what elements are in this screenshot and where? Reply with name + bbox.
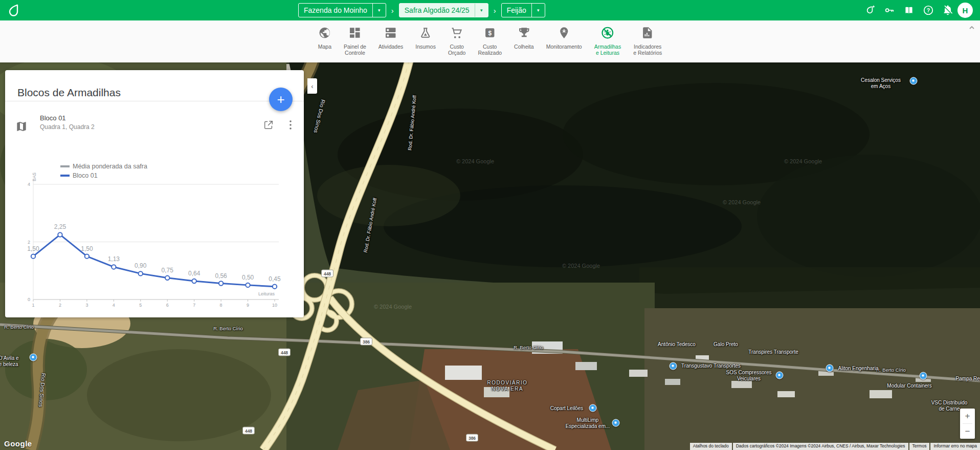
invite-icon[interactable] [864, 5, 876, 16]
mapa-icon [318, 26, 331, 39]
poi-marker[interactable] [826, 365, 834, 372]
user-avatar[interactable]: H [957, 3, 973, 18]
atividades-icon [384, 26, 397, 39]
tab-indicadores-e-relatorios[interactable]: Indicadorese Relatórios [627, 20, 668, 56]
poi-marker[interactable] [776, 372, 784, 379]
farm-dropdown-label: Fazenda do Moinho [299, 6, 372, 14]
block-name: Bloco 01 [40, 114, 66, 122]
painel-de-controle-icon [348, 26, 362, 39]
poi-marker[interactable] [589, 404, 597, 412]
map-data-credits: Dados cartográficos ©2024 Imagens ©2024 … [733, 443, 908, 450]
map-zoom-control: + − [960, 409, 975, 439]
trap-readings-chart: 02412345678910LeiturasBASMédia ponderada… [20, 152, 289, 313]
block-list-item[interactable]: Bloco 01 Quadra 1, Quadra 2 [5, 112, 304, 137]
tab-painel-de-controle[interactable]: Painel deControle [338, 20, 372, 56]
breadcrumb: Fazenda do Moinho ▾ › Safra Algodão 24/2… [298, 0, 545, 20]
key-icon[interactable] [884, 5, 895, 16]
navbar-collapse-icon[interactable] [968, 24, 976, 32]
svg-text:Leituras: Leituras [258, 291, 275, 296]
svg-text:1,50: 1,50 [81, 245, 93, 252]
svg-text:$: $ [488, 30, 492, 37]
svg-text:4: 4 [113, 303, 115, 308]
tab-label: Painel deControle [344, 44, 366, 56]
poi-marker[interactable] [920, 372, 927, 380]
custo-orcado-icon [450, 26, 463, 39]
tab-custo-orcado[interactable]: CustoOrçado [442, 20, 472, 56]
svg-text:Bloco 01: Bloco 01 [73, 172, 98, 179]
insumos-icon [419, 26, 432, 39]
tab-label: Mapa [318, 44, 331, 50]
tab-label: CustoRealizado [478, 44, 502, 56]
tab-label: Atividades [378, 44, 403, 50]
tab-monitoramento[interactable]: Monitoramento [540, 20, 588, 50]
breadcrumb-separator: › [494, 6, 496, 15]
keyboard-shortcuts-link[interactable]: Atalhos do teclado [690, 443, 732, 450]
terms-link[interactable]: Termos [909, 443, 930, 450]
report-map-error-link[interactable]: Informar erro no mapa [930, 443, 980, 450]
module-tabs: MapaPainel deControleAtividadesInsumosCu… [312, 20, 668, 62]
tab-insumos[interactable]: Insumos [409, 20, 442, 50]
tab-armadilhas-e-leituras[interactable]: Armadilhase Leituras [588, 20, 628, 56]
svg-text:0,50: 0,50 [242, 274, 254, 281]
svg-text:0,90: 0,90 [135, 262, 147, 269]
armadilhas-e-leituras-icon [601, 26, 614, 39]
svg-text:BAS: BAS [32, 173, 37, 181]
svg-text:?: ? [927, 7, 930, 13]
chevron-down-icon[interactable]: ▾ [475, 4, 488, 17]
zoom-out-button[interactable]: − [960, 424, 975, 439]
map-icon [15, 120, 28, 133]
tab-label: Colheita [514, 44, 534, 50]
map-attribution-bar: Atalhos do teclado Dados cartográficos ©… [690, 443, 980, 450]
tab-label: Insumos [415, 44, 436, 50]
panel-divider [5, 101, 304, 101]
poi-marker[interactable] [612, 419, 620, 427]
svg-text:0,64: 0,64 [188, 270, 201, 277]
svg-text:2: 2 [28, 240, 30, 245]
svg-text:0: 0 [28, 297, 30, 302]
app-header: Fazenda do Moinho ▾ › Safra Algodão 24/2… [0, 0, 980, 20]
chevron-down-icon[interactable]: ▾ [372, 4, 386, 17]
svg-text:2: 2 [59, 303, 61, 308]
svg-text:1,50: 1,50 [27, 245, 39, 252]
svg-text:0,75: 0,75 [162, 267, 174, 274]
season-dropdown[interactable]: Safra Algodão 24/25 ▾ [399, 3, 488, 17]
help-icon[interactable]: ? [923, 5, 934, 16]
aegro-logo-icon[interactable] [6, 3, 20, 17]
svg-text:2,25: 2,25 [54, 223, 66, 230]
crop-dropdown[interactable]: Feijão ▾ [501, 3, 545, 17]
farm-dropdown[interactable]: Fazenda do Moinho ▾ [298, 3, 386, 17]
svg-text:7: 7 [193, 303, 195, 308]
svg-text:10: 10 [272, 303, 277, 308]
notifications-off-icon[interactable] [942, 5, 953, 16]
block-subtitle: Quadra 1, Quadra 2 [40, 123, 95, 131]
tab-custo-realizado[interactable]: $CustoRealizado [472, 20, 508, 56]
zoom-in-button[interactable]: + [960, 409, 975, 423]
tab-label: Armadilhase Leituras [594, 44, 621, 56]
panel-collapse-handle[interactable]: ‹ [307, 78, 317, 94]
svg-text:4: 4 [28, 182, 30, 187]
add-block-button[interactable]: + [269, 88, 293, 111]
crop-dropdown-label: Feijão [502, 6, 531, 14]
chart-canvas: 02412345678910LeiturasBASMédia ponderada… [20, 152, 289, 313]
poi-marker[interactable] [30, 354, 37, 361]
knowledge-book-icon[interactable] [903, 5, 915, 16]
svg-text:5: 5 [139, 303, 142, 308]
poi-marker[interactable] [910, 77, 918, 85]
tab-colheita[interactable]: Colheita [508, 20, 540, 50]
svg-text:0,45: 0,45 [269, 275, 281, 283]
svg-text:Média ponderada da safra: Média ponderada da safra [73, 163, 147, 170]
chevron-down-icon[interactable]: ▾ [531, 4, 545, 17]
tab-atividades[interactable]: Atividades [372, 20, 409, 50]
header-icon-cluster: ? [864, 0, 953, 20]
svg-text:1,13: 1,13 [108, 255, 120, 263]
tab-label: Monitoramento [546, 44, 582, 50]
custo-realizado-icon: $ [483, 26, 497, 39]
season-dropdown-label: Safra Algodão 24/25 [399, 6, 475, 14]
tab-label: CustoOrçado [448, 44, 465, 56]
poi-marker[interactable] [670, 362, 677, 370]
app-root: © 2024 Google© 2024 Google© 2024 Google©… [0, 0, 980, 450]
tab-mapa[interactable]: Mapa [312, 20, 338, 50]
open-in-new-icon[interactable] [263, 119, 274, 131]
svg-text:8: 8 [220, 303, 222, 308]
more-options-icon[interactable] [285, 118, 296, 132]
